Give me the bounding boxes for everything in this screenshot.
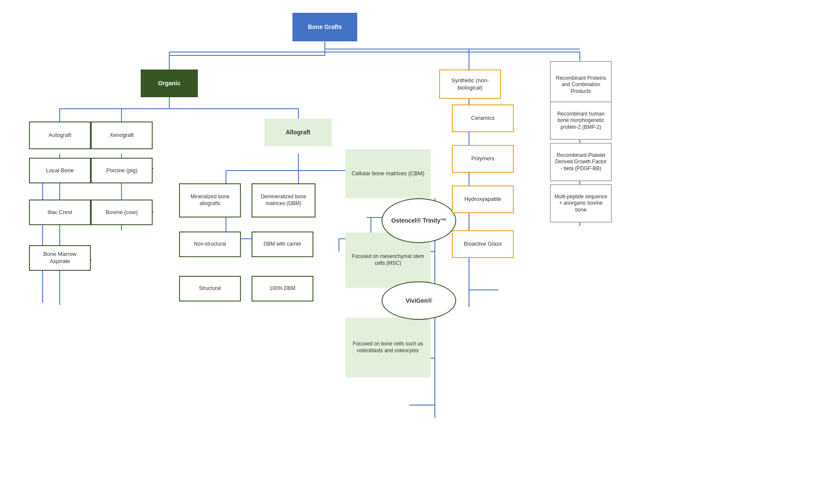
organic-node: Organic [141, 70, 198, 97]
osteocel-node: Osteocel® Trinity™ [382, 198, 456, 243]
polymers-node: Polymers [452, 145, 514, 173]
bioactive-glass-node: Bioactive Glass [452, 230, 514, 258]
non-structural-node: Non-structural [179, 232, 241, 257]
multi-peptide-node: Multi-peptide sequence + anorganic bovin… [550, 184, 612, 223]
diagram: Bone Grafts Organic Synthetic (non-biolo… [0, 0, 819, 504]
recombinant-pdgf-node: Recombinant Platelet Derived Growth Fact… [550, 143, 612, 181]
bone-grafts-node: Bone Grafts [292, 13, 357, 41]
synthetic-node: Synthetic (non-biological) [439, 70, 501, 99]
vivigen-node: ViviGen® [382, 281, 456, 320]
porcine-node: Porcine (pig) [91, 158, 153, 183]
cellular-node: Cellular bone matrices (CBM) [345, 149, 431, 198]
autograft-node: Autograft [29, 122, 91, 149]
recombinant-bmp2-node: Recombinant human bone morphogenetic pro… [550, 101, 612, 140]
ceramics-node: Ceramics [452, 104, 514, 132]
dbm-carrier-node: DBM with carrier [252, 232, 313, 257]
mineralized-node: Mineralized bone allografts [179, 183, 241, 217]
hydroxyapatite-node: Hydroxyapatite [452, 185, 514, 213]
bone-marrow-node: Bone Marrow Aspirate [29, 245, 91, 271]
local-bone-node: Local Bone [29, 158, 91, 183]
iliac-crest-node: Iliac Crest [29, 200, 91, 225]
xenograft-node: Xenograft [91, 122, 153, 149]
structural-node: Structural [179, 276, 241, 301]
focused-bone-node: Focused on bone cells such as osteoblast… [345, 318, 431, 377]
demineralized-node: Demineralized bone matrices (DBM) [252, 183, 315, 217]
allograft-node: Allograft [264, 119, 332, 146]
dbm-100-node: 100% DBM [252, 276, 313, 301]
bovine-node: Bovine (cow) [91, 200, 153, 225]
